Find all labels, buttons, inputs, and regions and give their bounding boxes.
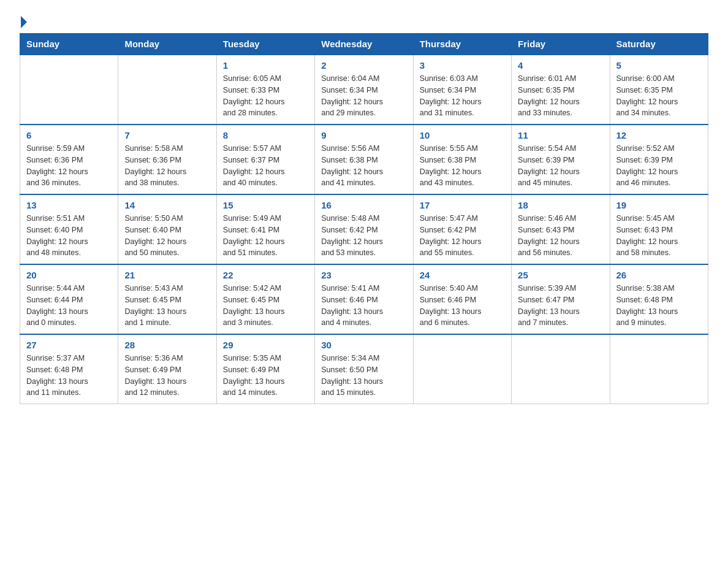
calendar-cell-1-1 (20, 55, 118, 124)
calendar-table: SundayMondayTuesdayWednesdayThursdayFrid… (20, 33, 708, 404)
day-number: 22 (223, 270, 308, 280)
day-detail: Sunrise: 5:36 AMSunset: 6:49 PMDaylight:… (124, 353, 210, 399)
day-number: 9 (321, 130, 406, 140)
day-detail: Sunrise: 5:41 AMSunset: 6:46 PMDaylight:… (321, 283, 406, 329)
calendar-cell-2-4: 9Sunrise: 5:56 AMSunset: 6:38 PMDaylight… (315, 124, 413, 194)
calendar-cell-2-1: 6Sunrise: 5:59 AMSunset: 6:36 PMDaylight… (20, 124, 118, 194)
calendar-cell-5-3: 29Sunrise: 5:35 AMSunset: 6:49 PMDayligh… (216, 334, 314, 404)
day-number: 1 (223, 60, 308, 71)
calendar-cell-4-7: 26Sunrise: 5:38 AMSunset: 6:48 PMDayligh… (610, 264, 708, 334)
day-detail: Sunrise: 6:01 AMSunset: 6:35 PMDaylight:… (518, 73, 603, 119)
day-detail: Sunrise: 5:49 AMSunset: 6:41 PMDaylight:… (223, 213, 308, 259)
day-detail: Sunrise: 5:59 AMSunset: 6:36 PMDaylight:… (26, 143, 112, 189)
day-number: 11 (518, 130, 603, 140)
calendar-cell-5-4: 30Sunrise: 5:34 AMSunset: 6:50 PMDayligh… (315, 334, 413, 404)
calendar-cell-3-1: 13Sunrise: 5:51 AMSunset: 6:40 PMDayligh… (20, 194, 118, 264)
calendar-cell-4-2: 21Sunrise: 5:43 AMSunset: 6:45 PMDayligh… (118, 264, 216, 334)
day-number: 19 (616, 200, 702, 210)
day-detail: Sunrise: 5:43 AMSunset: 6:45 PMDaylight:… (124, 283, 210, 329)
day-number: 17 (420, 200, 505, 210)
calendar-cell-3-3: 15Sunrise: 5:49 AMSunset: 6:41 PMDayligh… (216, 194, 314, 264)
calendar-cell-1-5: 3Sunrise: 6:03 AMSunset: 6:34 PMDaylight… (413, 55, 511, 124)
day-detail: Sunrise: 5:37 AMSunset: 6:48 PMDaylight:… (26, 353, 112, 399)
day-number: 7 (124, 130, 210, 140)
day-number: 20 (26, 270, 112, 280)
day-detail: Sunrise: 5:35 AMSunset: 6:49 PMDaylight:… (223, 353, 308, 399)
day-detail: Sunrise: 5:47 AMSunset: 6:42 PMDaylight:… (420, 213, 505, 259)
day-detail: Sunrise: 5:50 AMSunset: 6:40 PMDaylight:… (124, 213, 210, 259)
calendar-cell-5-1: 27Sunrise: 5:37 AMSunset: 6:48 PMDayligh… (20, 334, 118, 404)
calendar-cell-5-5 (413, 334, 511, 404)
day-number: 13 (26, 200, 112, 210)
day-number: 6 (26, 130, 112, 140)
calendar-cell-1-2 (118, 55, 216, 124)
day-number: 24 (420, 270, 505, 280)
calendar-cell-4-3: 22Sunrise: 5:42 AMSunset: 6:45 PMDayligh… (216, 264, 314, 334)
calendar-header-monday: Monday (118, 34, 216, 55)
day-number: 29 (223, 340, 308, 350)
calendar-cell-1-4: 2Sunrise: 6:04 AMSunset: 6:34 PMDaylight… (315, 55, 413, 124)
day-number: 15 (223, 200, 308, 210)
day-detail: Sunrise: 5:54 AMSunset: 6:39 PMDaylight:… (518, 143, 603, 189)
day-detail: Sunrise: 6:04 AMSunset: 6:34 PMDaylight:… (321, 73, 406, 119)
day-number: 4 (518, 60, 603, 71)
calendar-cell-5-6 (512, 334, 610, 404)
calendar-cell-1-3: 1Sunrise: 6:05 AMSunset: 6:33 PMDaylight… (216, 55, 314, 124)
calendar-cell-2-5: 10Sunrise: 5:55 AMSunset: 6:38 PMDayligh… (413, 124, 511, 194)
day-detail: Sunrise: 5:46 AMSunset: 6:43 PMDaylight:… (518, 213, 603, 259)
day-detail: Sunrise: 5:57 AMSunset: 6:37 PMDaylight:… (223, 143, 308, 189)
day-detail: Sunrise: 6:05 AMSunset: 6:33 PMDaylight:… (223, 73, 308, 119)
calendar-cell-5-2: 28Sunrise: 5:36 AMSunset: 6:49 PMDayligh… (118, 334, 216, 404)
calendar-cell-4-1: 20Sunrise: 5:44 AMSunset: 6:44 PMDayligh… (20, 264, 118, 334)
day-detail: Sunrise: 5:40 AMSunset: 6:46 PMDaylight:… (420, 283, 505, 329)
calendar-cell-5-7 (610, 334, 708, 404)
day-number: 26 (616, 270, 702, 280)
day-detail: Sunrise: 5:55 AMSunset: 6:38 PMDaylight:… (420, 143, 505, 189)
day-number: 30 (321, 340, 406, 350)
calendar-cell-4-6: 25Sunrise: 5:39 AMSunset: 6:47 PMDayligh… (512, 264, 610, 334)
day-detail: Sunrise: 5:42 AMSunset: 6:45 PMDaylight:… (223, 283, 308, 329)
day-detail: Sunrise: 5:52 AMSunset: 6:39 PMDaylight:… (616, 143, 702, 189)
calendar-cell-3-7: 19Sunrise: 5:45 AMSunset: 6:43 PMDayligh… (610, 194, 708, 264)
calendar-header-row: SundayMondayTuesdayWednesdayThursdayFrid… (20, 34, 708, 55)
day-detail: Sunrise: 5:44 AMSunset: 6:44 PMDaylight:… (26, 283, 112, 329)
day-detail: Sunrise: 5:48 AMSunset: 6:42 PMDaylight:… (321, 213, 406, 259)
day-number: 14 (124, 200, 210, 210)
calendar-header-wednesday: Wednesday (315, 34, 413, 55)
day-number: 18 (518, 200, 603, 210)
day-number: 27 (26, 340, 112, 350)
day-number: 5 (616, 60, 702, 71)
day-number: 23 (321, 270, 406, 280)
page-header (20, 15, 708, 28)
calendar-cell-1-6: 4Sunrise: 6:01 AMSunset: 6:35 PMDaylight… (512, 55, 610, 124)
day-detail: Sunrise: 5:45 AMSunset: 6:43 PMDaylight:… (616, 213, 702, 259)
day-detail: Sunrise: 6:00 AMSunset: 6:35 PMDaylight:… (616, 73, 702, 119)
day-number: 28 (124, 340, 210, 350)
calendar-week-row-1: 1Sunrise: 6:05 AMSunset: 6:33 PMDaylight… (20, 55, 708, 124)
calendar-week-row-2: 6Sunrise: 5:59 AMSunset: 6:36 PMDaylight… (20, 124, 708, 194)
day-number: 16 (321, 200, 406, 210)
logo (20, 15, 28, 28)
day-detail: Sunrise: 5:39 AMSunset: 6:47 PMDaylight:… (518, 283, 603, 329)
day-detail: Sunrise: 5:51 AMSunset: 6:40 PMDaylight:… (26, 213, 112, 259)
calendar-header-friday: Friday (512, 34, 610, 55)
day-number: 25 (518, 270, 603, 280)
calendar-cell-4-5: 24Sunrise: 5:40 AMSunset: 6:46 PMDayligh… (413, 264, 511, 334)
calendar-header-sunday: Sunday (20, 34, 118, 55)
logo-arrow-icon (21, 16, 27, 28)
calendar-cell-1-7: 5Sunrise: 6:00 AMSunset: 6:35 PMDaylight… (610, 55, 708, 124)
day-detail: Sunrise: 5:38 AMSunset: 6:48 PMDaylight:… (616, 283, 702, 329)
calendar-cell-2-6: 11Sunrise: 5:54 AMSunset: 6:39 PMDayligh… (512, 124, 610, 194)
day-detail: Sunrise: 5:58 AMSunset: 6:36 PMDaylight:… (124, 143, 210, 189)
calendar-cell-2-3: 8Sunrise: 5:57 AMSunset: 6:37 PMDaylight… (216, 124, 314, 194)
calendar-header-tuesday: Tuesday (216, 34, 314, 55)
calendar-cell-2-2: 7Sunrise: 5:58 AMSunset: 6:36 PMDaylight… (118, 124, 216, 194)
calendar-cell-4-4: 23Sunrise: 5:41 AMSunset: 6:46 PMDayligh… (315, 264, 413, 334)
day-number: 10 (420, 130, 505, 140)
calendar-cell-3-6: 18Sunrise: 5:46 AMSunset: 6:43 PMDayligh… (512, 194, 610, 264)
calendar-week-row-5: 27Sunrise: 5:37 AMSunset: 6:48 PMDayligh… (20, 334, 708, 404)
calendar-cell-3-5: 17Sunrise: 5:47 AMSunset: 6:42 PMDayligh… (413, 194, 511, 264)
day-number: 12 (616, 130, 702, 140)
day-number: 21 (124, 270, 210, 280)
day-number: 2 (321, 60, 406, 71)
